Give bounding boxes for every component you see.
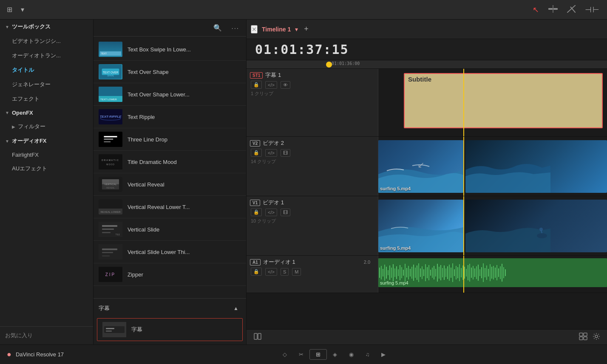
- playhead-marker[interactable]: [326, 62, 332, 68]
- sidebar-item-openfx[interactable]: ▼ OpenFX: [0, 106, 93, 119]
- captions-collapse-button[interactable]: ▲: [231, 304, 241, 313]
- search-button[interactable]: 🔍: [211, 22, 224, 34]
- effect-name-title-dramatic-mood: Title Dramatic Mood: [128, 159, 177, 165]
- track-code-st1[interactable]: </>: [265, 81, 277, 89]
- bottom-settings-button[interactable]: [593, 333, 600, 342]
- nav-fusion-button[interactable]: ◈: [327, 349, 343, 360]
- track-code-v1[interactable]: </>: [265, 209, 277, 216]
- nav-color-button[interactable]: ◉: [343, 349, 360, 360]
- effect-item-vertical-slide[interactable]: TILE Vertical Slide: [94, 218, 246, 241]
- effect-thumb-text-ripple: TEXT RIPPLE: [99, 109, 122, 124]
- timeline-ruler[interactable]: 01:01:36:00: [247, 60, 607, 69]
- track-lock-v1[interactable]: 🔒: [251, 208, 262, 216]
- toolbox-chevron: ▼: [5, 25, 9, 29]
- v2-clip2[interactable]: [465, 140, 607, 193]
- nav-fairlight-button[interactable]: ♫: [360, 349, 376, 360]
- svg-rect-18: [104, 141, 111, 142]
- track-info-v1: 10 クリップ: [250, 218, 374, 224]
- sidebar-item-aueffects[interactable]: AUエフェクト: [0, 161, 93, 176]
- nav-deliver-button[interactable]: ▶: [375, 349, 391, 360]
- track-s-a1[interactable]: S: [281, 268, 289, 276]
- nav-cut-button[interactable]: ✂: [293, 349, 309, 360]
- effects-more-button[interactable]: ···: [229, 23, 242, 33]
- effect-item-three-line-drop[interactable]: Three Line Drop: [94, 128, 246, 151]
- v2-clip1[interactable]: ↙ surfing 5.mp4: [378, 140, 463, 193]
- sidebar-item-audiofx[interactable]: ▼ オーディオFX: [0, 134, 93, 148]
- track-header-top-st1: ST1 字幕 1: [250, 71, 374, 79]
- track-lock-v2[interactable]: 🔒: [251, 149, 262, 157]
- track-name-v2: ビデオ 2: [263, 139, 284, 147]
- track-eye-st1[interactable]: 👁: [281, 81, 290, 89]
- effect-item-vertical-reveal[interactable]: VERTICAL REVEAL Vertical Reveal: [94, 173, 246, 196]
- track-controls-a1: 🔒 </> S M: [250, 268, 374, 276]
- app-title: DaVinci Resolve 17: [16, 351, 64, 358]
- track-content-v1: surfing 5.mp4: [378, 196, 607, 255]
- effect-item-text-box-swipe[interactable]: TEXT Text Box Swipe In Lowe...: [94, 38, 246, 61]
- v1-clip2[interactable]: [465, 200, 607, 252]
- playhead-line-v2: [463, 137, 464, 196]
- sidebar-item-filters[interactable]: ▶ フィルター: [0, 119, 93, 134]
- sidebar-item-generators[interactable]: ジェネレーター: [0, 77, 93, 92]
- track-row-v1: V1 ビデオ 1 🔒 </> 🎞 10 クリップ: [247, 196, 607, 256]
- a1-clip[interactable]: surfing 5.mp4: [378, 258, 607, 287]
- sidebar-item-video-transitions[interactable]: ビデオトランジシ...: [0, 34, 93, 48]
- effect-thumb-vertical-reveal-lower: REVEAL LOWER: [99, 199, 122, 214]
- sidebar-item-titles[interactable]: タイトル: [0, 63, 93, 77]
- effect-item-text-ripple[interactable]: TEXT RIPPLE Text Ripple: [94, 106, 246, 128]
- more-tools-button[interactable]: ⊣⊢: [582, 3, 603, 16]
- svg-rect-94: [451, 268, 451, 278]
- sidebar-item-toolbox[interactable]: ▼ ツールボックス: [0, 20, 93, 34]
- panel-toggle-button[interactable]: ⊞: [4, 4, 15, 15]
- track-lock-st1[interactable]: 🔒: [251, 81, 262, 89]
- timecode-bar: 01:01:37:15: [247, 39, 607, 60]
- timeline-header: ✕ Timeline 1 ▾ +: [247, 20, 607, 39]
- sidebar-item-fairlightfx[interactable]: FairlightFX: [0, 148, 93, 161]
- svg-text:ZIP: ZIP: [105, 272, 116, 277]
- track-code-a1[interactable]: </>: [265, 268, 277, 276]
- nav-edit-button[interactable]: ⊞: [309, 349, 327, 360]
- openfx-chevron: ▼: [5, 110, 9, 115]
- svg-rect-83: [432, 268, 433, 278]
- effect-item-title-dramatic-mood[interactable]: DRAMATIC MOOD Title Dramatic Mood: [94, 151, 246, 173]
- timeline-close-button[interactable]: ✕: [251, 25, 258, 34]
- svg-rect-32: [102, 229, 114, 230]
- effect-item-vertical-reveal-lower[interactable]: REVEAL LOWER Vertical Reveal Lower T...: [94, 196, 246, 218]
- effect-item-text-over-shape-lower[interactable]: TEXT LOWER Text Over Shape Lower...: [94, 83, 246, 106]
- subtitle-clip[interactable]: Subtitle: [404, 73, 603, 128]
- effect-item-text-over-shape[interactable]: TEXT OVER SHAPE Text Over Shape: [94, 61, 246, 83]
- svg-point-49: [539, 228, 543, 231]
- nav-media-button[interactable]: ◇: [277, 349, 293, 360]
- toolbar-left: ⊞ ▾: [4, 4, 27, 15]
- svg-text:REVEAL LOWER: REVEAL LOWER: [100, 211, 121, 213]
- track-volume-a1: 2.0: [364, 260, 370, 265]
- track-info-st1: 1 クリップ: [250, 90, 374, 97]
- sidebar-item-audio-transitions[interactable]: オーディオトラン...: [0, 48, 93, 63]
- svg-rect-53: [381, 266, 382, 279]
- svg-text:SHAPE: SHAPE: [107, 75, 114, 77]
- blade-tool-button[interactable]: [564, 3, 578, 16]
- track-film-v2[interactable]: 🎞: [281, 149, 290, 157]
- track-lock-a1[interactable]: 🔒: [251, 268, 262, 276]
- v1-clip1[interactable]: surfing 5.mp4: [378, 200, 463, 252]
- svg-rect-111: [479, 269, 480, 276]
- bottom-grid-button[interactable]: [579, 333, 587, 342]
- track-m-a1[interactable]: M: [292, 268, 301, 276]
- track-code-v2[interactable]: </>: [265, 149, 277, 157]
- cursor-tool-button[interactable]: ↖: [530, 3, 542, 16]
- effect-item-vertical-slide-lower[interactable]: Vertical Slide Lower Thi...: [94, 241, 246, 263]
- v2-clip1-label: surfing 5.mp4: [380, 186, 411, 191]
- sidebar-item-effects[interactable]: エフェクト: [0, 92, 93, 106]
- panel-chevron-button[interactable]: ▾: [18, 4, 27, 15]
- caption-item-caption[interactable]: 字幕: [97, 318, 243, 341]
- track-film-v1[interactable]: 🎞: [281, 209, 290, 216]
- timeline-add-button[interactable]: +: [304, 25, 309, 34]
- timeline-dropdown-button[interactable]: ▾: [295, 26, 298, 33]
- effect-item-zipper[interactable]: ZIP Zipper: [94, 263, 246, 286]
- effects-panel-header: 🔍 ···: [94, 20, 246, 37]
- trim-tool-button[interactable]: [546, 3, 560, 16]
- svg-rect-100: [461, 268, 462, 277]
- bottom-left-button[interactable]: [253, 333, 262, 342]
- bottom-bar: [247, 329, 607, 344]
- svg-rect-55: [384, 265, 385, 281]
- svg-rect-33: [102, 232, 111, 233]
